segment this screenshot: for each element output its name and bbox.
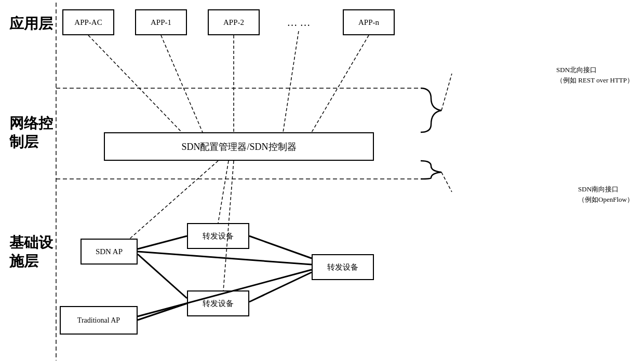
svg-line-16 <box>249 236 312 258</box>
svg-line-19 <box>441 172 452 192</box>
svg-line-12 <box>138 254 187 298</box>
svg-line-4 <box>161 35 203 132</box>
svg-line-11 <box>138 236 187 249</box>
svg-line-10 <box>223 161 234 290</box>
svg-line-7 <box>283 31 299 132</box>
svg-line-13 <box>138 252 312 265</box>
svg-line-3 <box>88 35 182 132</box>
diagram-svg <box>0 0 644 361</box>
svg-line-6 <box>312 35 369 132</box>
diagram-container: 应用层 网络控 制层 基础设 施层 APP-AC APP-1 APP-2 … …… <box>0 0 644 361</box>
svg-line-9 <box>218 161 229 223</box>
svg-line-17 <box>249 272 312 302</box>
svg-line-18 <box>441 74 452 110</box>
svg-line-8 <box>130 161 218 239</box>
